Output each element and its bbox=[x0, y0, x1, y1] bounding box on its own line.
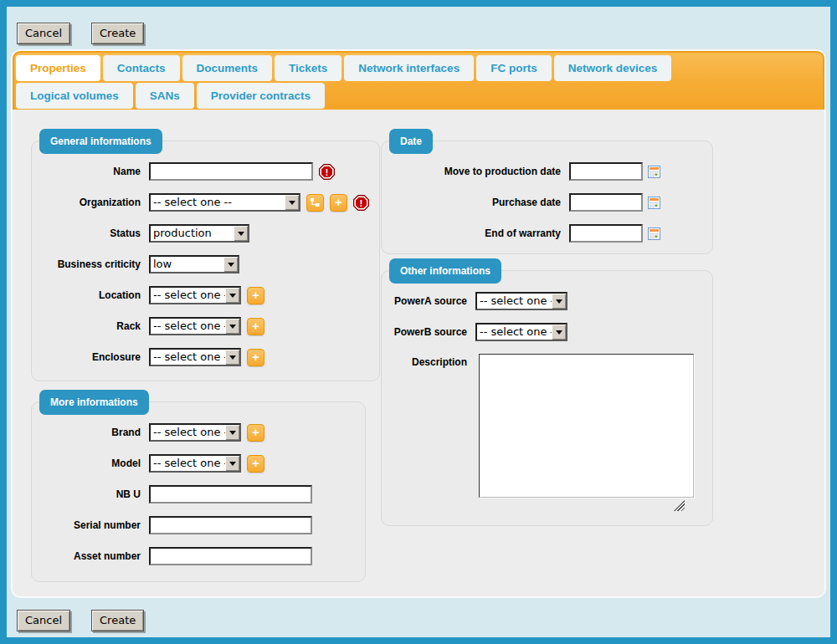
tab-fc-ports[interactable]: FC ports bbox=[476, 55, 552, 81]
name-input[interactable] bbox=[149, 162, 313, 181]
fieldset-date: Date Move to production date bbox=[381, 141, 713, 254]
create-button[interactable]: Create bbox=[91, 23, 144, 44]
tab-provider-contracts[interactable]: Provider contracts bbox=[197, 83, 325, 109]
add-organization-button[interactable]: + bbox=[330, 194, 347, 212]
top-toolbar: Cancel Create bbox=[17, 23, 824, 44]
location-select-value: -- select one -- bbox=[151, 288, 225, 303]
tab-properties[interactable]: Properties bbox=[16, 55, 100, 81]
tab-network-devices[interactable]: Network devices bbox=[554, 55, 672, 81]
bottom-toolbar: Cancel Create bbox=[17, 610, 824, 631]
status-select-value: production bbox=[151, 226, 234, 241]
add-brand-button[interactable]: + bbox=[247, 424, 264, 442]
cancel-button-bottom[interactable]: Cancel bbox=[17, 610, 70, 631]
tab-tickets[interactable]: Tickets bbox=[275, 55, 341, 81]
cancel-button[interactable]: Cancel bbox=[17, 23, 70, 44]
fieldset-more-informations: More informations Brand -- select one --… bbox=[31, 401, 366, 582]
status-label: Status bbox=[42, 227, 141, 239]
right-column: Date Move to production date bbox=[381, 141, 713, 596]
tab-documents[interactable]: Documents bbox=[182, 55, 273, 81]
organization-select-value: -- select one -- bbox=[151, 195, 285, 210]
tab-row-2: Logical volumes SANs Provider contracts bbox=[16, 82, 821, 110]
description-wrap bbox=[475, 354, 694, 511]
rack-select[interactable]: -- select one -- bbox=[149, 317, 241, 335]
end-of-warranty-input[interactable] bbox=[569, 224, 643, 243]
field-move-to-production-date: Move to production date bbox=[392, 162, 702, 181]
business-criticity-label: Business criticity bbox=[42, 258, 141, 270]
add-enclosure-button[interactable]: + bbox=[247, 349, 264, 366]
dropdown-arrow-icon[interactable] bbox=[552, 325, 566, 340]
purchase-date-input[interactable] bbox=[569, 193, 643, 212]
calendar-button[interactable] bbox=[648, 197, 660, 209]
calendar-button[interactable] bbox=[648, 227, 660, 240]
calendar-icon bbox=[648, 197, 660, 209]
nb-u-label: NB U bbox=[42, 488, 141, 500]
dropdown-arrow-icon[interactable] bbox=[225, 456, 239, 471]
business-criticity-select-value: low bbox=[151, 257, 223, 272]
description-label: Description bbox=[392, 356, 467, 368]
field-organization: Organization -- select one -- bbox=[42, 193, 369, 212]
error-icon: ! bbox=[319, 164, 335, 180]
serial-number-label: Serial number bbox=[42, 519, 141, 531]
move-to-production-date-input[interactable] bbox=[569, 162, 643, 181]
calendar-button[interactable] bbox=[648, 166, 660, 178]
asset-number-input[interactable] bbox=[149, 547, 312, 565]
tab-sans[interactable]: SANs bbox=[136, 83, 194, 109]
field-purchase-date: Purchase date bbox=[392, 193, 702, 212]
move-to-production-date-label: Move to production date bbox=[392, 166, 561, 177]
create-button-bottom[interactable]: Create bbox=[91, 610, 144, 631]
enclosure-select[interactable]: -- select one -- bbox=[149, 348, 241, 366]
dropdown-arrow-icon[interactable] bbox=[225, 288, 239, 303]
organization-label: Organization bbox=[42, 197, 141, 208]
dropdown-arrow-icon[interactable] bbox=[234, 226, 248, 241]
location-label: Location bbox=[42, 289, 141, 301]
location-select[interactable]: -- select one -- bbox=[149, 286, 241, 304]
svg-text:!: ! bbox=[326, 166, 329, 176]
field-nb-u: NB U bbox=[42, 485, 355, 503]
powerb-source-select[interactable]: -- select one -- bbox=[475, 323, 567, 341]
dropdown-arrow-icon[interactable] bbox=[223, 257, 238, 272]
model-label: Model bbox=[42, 457, 141, 469]
status-select[interactable]: production bbox=[149, 224, 249, 243]
brand-label: Brand bbox=[42, 427, 141, 438]
field-location: Location -- select one -- + bbox=[42, 286, 369, 304]
business-criticity-select[interactable]: low bbox=[149, 255, 239, 273]
dropdown-arrow-icon[interactable] bbox=[285, 195, 299, 210]
dropdown-arrow-icon[interactable] bbox=[225, 319, 239, 334]
tab-row-1: Properties Contacts Documents Tickets Ne… bbox=[16, 54, 821, 82]
tab-contacts[interactable]: Contacts bbox=[103, 55, 180, 81]
powera-source-select[interactable]: -- select one -- bbox=[475, 292, 567, 310]
resize-grip-icon[interactable] bbox=[674, 500, 685, 511]
calendar-icon bbox=[648, 166, 660, 178]
dropdown-arrow-icon[interactable] bbox=[225, 425, 239, 440]
tab-strip: Properties Contacts Documents Tickets Ne… bbox=[13, 51, 824, 110]
purchase-date-label: Purchase date bbox=[392, 197, 561, 208]
dropdown-arrow-icon[interactable] bbox=[552, 294, 566, 309]
hierarchy-button[interactable] bbox=[306, 194, 324, 212]
tab-content-properties: General informations Name ! bbox=[13, 110, 824, 596]
fieldset-general-informations: General informations Name ! bbox=[31, 141, 380, 381]
nb-u-input[interactable] bbox=[149, 485, 312, 503]
tab-logical-volumes[interactable]: Logical volumes bbox=[16, 83, 133, 109]
enclosure-label: Enclosure bbox=[42, 351, 141, 363]
serial-number-input[interactable] bbox=[149, 516, 312, 534]
description-textarea[interactable] bbox=[479, 354, 694, 498]
form-card: Properties Contacts Documents Tickets Ne… bbox=[13, 51, 824, 596]
error-icon: ! bbox=[353, 195, 369, 211]
organization-select[interactable]: -- select one -- bbox=[149, 193, 300, 212]
legend-other-informations: Other informations bbox=[389, 258, 501, 284]
field-rack: Rack -- select one -- + bbox=[42, 317, 369, 335]
field-brand: Brand -- select one -- + bbox=[42, 423, 355, 442]
powerb-source-select-value: -- select one -- bbox=[477, 325, 552, 340]
add-rack-button[interactable]: + bbox=[247, 318, 264, 335]
fieldset-other-informations: Other informations PowerA source -- sele… bbox=[381, 270, 713, 526]
enclosure-select-value: -- select one -- bbox=[151, 350, 225, 365]
asset-number-label: Asset number bbox=[42, 550, 141, 562]
add-model-button[interactable]: + bbox=[247, 455, 264, 473]
brand-select[interactable]: -- select one -- bbox=[149, 423, 241, 442]
dropdown-arrow-icon[interactable] bbox=[225, 350, 239, 365]
field-asset-number: Asset number bbox=[42, 547, 355, 565]
field-enclosure: Enclosure -- select one -- + bbox=[42, 348, 369, 366]
model-select[interactable]: -- select one -- bbox=[149, 454, 241, 473]
add-location-button[interactable]: + bbox=[247, 287, 264, 304]
tab-network-interfaces[interactable]: Network interfaces bbox=[344, 55, 474, 81]
